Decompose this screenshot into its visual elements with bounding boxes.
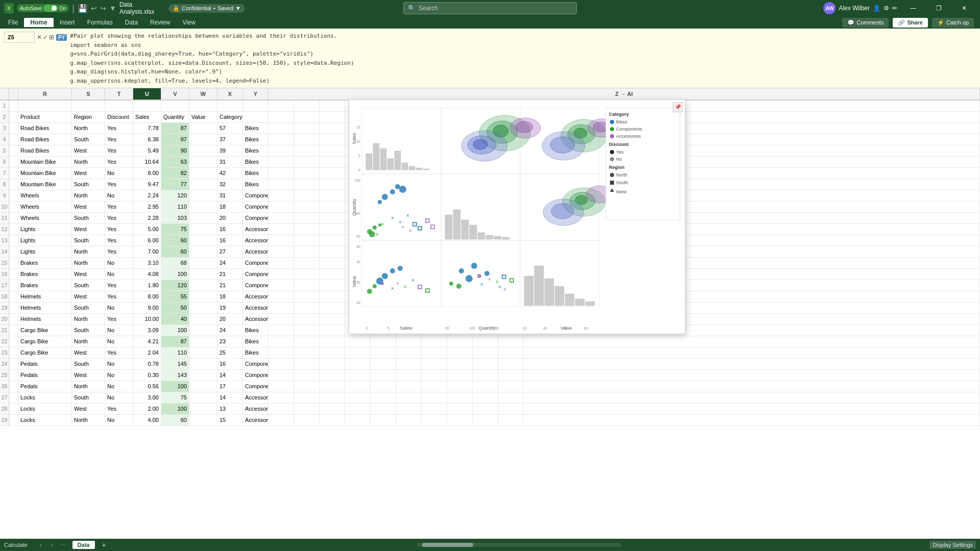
col-s-header[interactable]: S [72, 88, 105, 99]
data-cell[interactable]: 10.00 [133, 314, 161, 324]
data-cell[interactable] [9, 123, 18, 134]
data-cell[interactable] [189, 347, 217, 358]
data-cell[interactable] [294, 280, 320, 291]
data-cell[interactable] [447, 370, 473, 381]
data-cell[interactable] [371, 336, 396, 347]
data-cell[interactable]: 10.64 [133, 157, 161, 167]
region-cell[interactable]: North [72, 258, 105, 268]
search-box[interactable]: 🔍 Search [403, 2, 577, 14]
region-cell[interactable]: North [72, 190, 105, 201]
region-cell[interactable]: North [72, 415, 105, 425]
data-cell[interactable] [9, 258, 18, 268]
data-cell[interactable] [9, 269, 18, 280]
data-cell[interactable]: Bikes [243, 168, 268, 179]
data-cell[interactable]: 63 [161, 157, 189, 167]
data-cell[interactable] [268, 202, 294, 212]
data-cell[interactable]: 32 [217, 179, 243, 190]
data-cell[interactable]: No [105, 303, 133, 313]
col-x-header[interactable]: X [217, 88, 243, 99]
data-cell[interactable] [268, 179, 294, 190]
data-cell[interactable] [268, 392, 294, 403]
restore-button[interactable]: ❐ [927, 0, 950, 16]
col-r-header[interactable]: R [18, 88, 72, 99]
data-cell[interactable]: 7.00 [133, 246, 161, 257]
data-cell[interactable] [189, 370, 217, 381]
data-cell[interactable]: 24 [217, 325, 243, 336]
data-cell[interactable] [294, 112, 320, 122]
data-cell[interactable] [320, 347, 345, 358]
data-cell[interactable] [268, 246, 294, 257]
data-cell[interactable]: 100 [161, 269, 189, 280]
data-cell[interactable] [9, 224, 18, 235]
data-cell[interactable]: Components [243, 359, 268, 369]
data-cell[interactable] [294, 392, 320, 403]
data-cell[interactable]: 2.95 [133, 202, 161, 212]
region-cell[interactable]: South [72, 392, 105, 403]
data-cell[interactable] [9, 303, 18, 313]
data-cell[interactable]: Components [243, 213, 268, 223]
confirm-icon[interactable]: ✓ [43, 34, 48, 41]
data-cell[interactable] [345, 370, 371, 381]
data-cell[interactable] [294, 190, 320, 201]
data-cell[interactable]: 18 [217, 202, 243, 212]
data-cell[interactable]: 60 [161, 415, 189, 425]
data-cell[interactable] [498, 381, 524, 392]
region-cell[interactable]: West [72, 145, 105, 156]
data-cell[interactable]: 100 [161, 381, 189, 392]
data-cell[interactable]: Bikes [243, 134, 268, 145]
data-cell[interactable]: Yes [105, 213, 133, 223]
product-cell[interactable]: Brakes [18, 280, 72, 291]
data-cell[interactable] [498, 415, 524, 425]
data-cell[interactable]: 55 [161, 291, 189, 302]
data-cell[interactable] [422, 347, 447, 358]
product-cell[interactable]: Helmets [18, 314, 72, 324]
data-cell[interactable]: Accessories [243, 415, 268, 425]
data-cell[interactable] [396, 370, 422, 381]
data-cell[interactable]: 16 [217, 235, 243, 246]
data-cell[interactable]: 16 [217, 359, 243, 369]
close-button[interactable]: ✕ [952, 0, 976, 16]
chart-pin-button[interactable]: 📌 [673, 102, 683, 112]
data-cell[interactable]: No [105, 336, 133, 347]
data-cell[interactable] [396, 404, 422, 414]
data-cell[interactable] [320, 168, 345, 179]
data-cell[interactable]: Yes [105, 314, 133, 324]
product-cell[interactable]: Road Bikes [18, 134, 72, 145]
data-cell[interactable] [268, 359, 294, 369]
data-cell[interactable] [320, 246, 345, 257]
region-cell[interactable]: South [72, 303, 105, 313]
data-cell[interactable]: 9.00 [133, 303, 161, 313]
data-cell[interactable]: 3.10 [133, 258, 161, 268]
data-cell[interactable] [320, 359, 345, 369]
data-cell[interactable] [371, 381, 396, 392]
data-cell[interactable] [498, 370, 524, 381]
data-cell[interactable]: Yes [105, 235, 133, 246]
data-cell[interactable]: Yes [105, 291, 133, 302]
data-cell[interactable]: 82 [161, 168, 189, 179]
data-cell[interactable]: 2.28 [133, 213, 161, 223]
data-cell[interactable] [447, 359, 473, 369]
catchup-button[interactable]: ⚡ Catch up [932, 18, 974, 28]
data-cell[interactable] [473, 347, 498, 358]
region-cell[interactable]: Region [72, 112, 105, 122]
data-cell[interactable] [268, 291, 294, 302]
data-cell[interactable] [294, 415, 320, 425]
data-cell[interactable]: 31 [217, 190, 243, 201]
data-cell[interactable] [161, 101, 189, 111]
data-cell[interactable] [422, 415, 447, 425]
data-cell[interactable]: Components [243, 280, 268, 291]
data-cell[interactable]: 37 [217, 134, 243, 145]
data-cell[interactable]: Accessories [243, 404, 268, 414]
data-cell[interactable] [243, 101, 268, 111]
data-cell[interactable] [473, 415, 498, 425]
data-cell[interactable] [189, 415, 217, 425]
data-cell[interactable] [294, 336, 320, 347]
region-cell[interactable] [72, 101, 105, 111]
product-cell[interactable]: Cargo Bike [18, 336, 72, 347]
data-cell[interactable]: Yes [105, 179, 133, 190]
share-button[interactable]: 🔗 Share [893, 18, 928, 28]
data-cell[interactable]: 20 [217, 314, 243, 324]
data-cell[interactable]: 4.00 [133, 415, 161, 425]
region-cell[interactable]: North [72, 336, 105, 347]
data-cell[interactable] [189, 190, 217, 201]
